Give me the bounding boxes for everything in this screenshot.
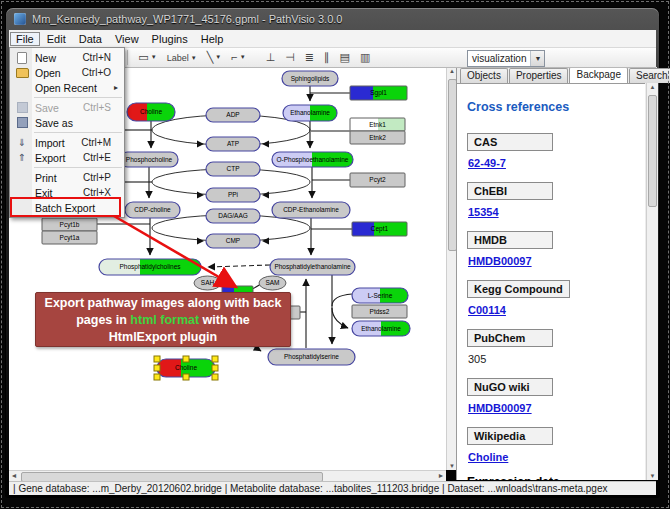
node-cept1[interactable]: Cept1	[352, 222, 407, 236]
window-title: Mm_Kennedy_pathway_WP1771_45176.gpml - P…	[26, 13, 342, 25]
chevron-down-icon[interactable]: ▼	[215, 54, 221, 60]
node-cdp-choline[interactable]: CDP-choline	[125, 202, 180, 218]
file-menu-item-save[interactable]: SaveCtrl+S	[10, 100, 124, 115]
xref-link-hmdb[interactable]: HMDB00097	[468, 255, 532, 267]
file-menu-item-print[interactable]: PrintCtrl+P	[10, 170, 124, 185]
selection-handle[interactable]	[183, 374, 189, 380]
datanode-tool-icon[interactable]: ▭▼	[134, 48, 160, 66]
align-center-y-icon[interactable]: ⊣	[281, 48, 299, 66]
menu-view[interactable]: View	[109, 32, 145, 46]
menu-plugins[interactable]: Plugins	[146, 32, 194, 46]
node-pcyt2[interactable]: Pcyt2	[350, 173, 405, 187]
stack-vertical-icon[interactable]: ▥	[356, 48, 374, 66]
file-menu-item-open[interactable]: OpenCtrl+O	[10, 65, 124, 80]
node-dag-aag[interactable]: DAG/AAG	[206, 209, 260, 223]
node-ctp[interactable]: CTP	[206, 162, 260, 176]
selection-handle[interactable]	[183, 356, 189, 362]
scroll-right-icon[interactable]: ►	[436, 472, 446, 479]
selection-handle[interactable]	[154, 365, 160, 371]
node-sgpl1[interactable]: Sgpl1	[350, 86, 407, 100]
node-phosphatidylcholines[interactable]: Phosphatidylcholines	[99, 259, 201, 275]
node-cdp-ethanolamine[interactable]: CDP-Ethanolamine	[272, 202, 350, 218]
chevron-down-icon[interactable]: ▼	[151, 54, 157, 60]
tab-objects[interactable]: Objects	[460, 68, 508, 83]
node-phosphatidylserine[interactable]: Phosphatidylserine	[268, 349, 355, 365]
file-menu-item-exit[interactable]: ExitCtrl+X	[10, 185, 124, 200]
distribute-vertical-icon[interactable]: ∥	[320, 48, 334, 66]
tab-backpage[interactable]: Backpage	[569, 67, 627, 83]
tab-properties[interactable]: Properties	[509, 68, 569, 83]
node-ethanolamine[interactable]: Ethanolamine	[283, 105, 337, 121]
selection-handle[interactable]	[154, 374, 160, 380]
scroll-left-icon[interactable]: ◄	[9, 472, 19, 479]
file-menu-item-export[interactable]: ⇑ExportCtrl+E	[10, 150, 124, 165]
panel-v-scrollbar[interactable]: ▲ ▼	[646, 83, 658, 480]
new-file-icon	[12, 52, 32, 64]
node-pcyt1b[interactable]: Pcyt1b	[42, 218, 97, 231]
xref-link-chebi[interactable]: 15354	[468, 206, 499, 218]
file-menu-item-batch-export[interactable]: Batch Export	[10, 200, 124, 215]
node-label: O-Phosphoethanolamine	[277, 156, 349, 164]
xref-link-wikipedia[interactable]: Choline	[468, 451, 508, 463]
selection-handle[interactable]	[212, 374, 218, 380]
label-tool-icon[interactable]: Label▼	[163, 49, 201, 67]
visualization-combobox[interactable]: visualization ▼	[467, 50, 545, 67]
file-menu: NewCtrl+NOpenCtrl+OOpen Recent▸SaveCtrl+…	[9, 47, 125, 218]
node-sphingolipids[interactable]: Sphingolipids	[282, 71, 338, 86]
node-phosphatidylethanolamine[interactable]: Phosphatidylethanolamine	[270, 259, 355, 275]
node-ppi[interactable]: PPi	[206, 188, 260, 202]
pathway-edge[interactable]	[208, 265, 270, 267]
node-etnk1[interactable]: Etnk1	[350, 118, 405, 131]
pathway-edge[interactable]	[332, 308, 348, 328]
title-bar[interactable]: Mm_Kennedy_pathway_WP1771_45176.gpml - P…	[6, 8, 659, 30]
scroll-down-icon[interactable]: ▼	[647, 473, 658, 479]
chevron-down-icon[interactable]: ▼	[191, 55, 197, 61]
arrowhead	[197, 238, 204, 245]
menu-file[interactable]: File	[10, 32, 40, 46]
align-center-y-icon: ⊣	[285, 50, 295, 64]
scroll-up-icon[interactable]: ▲	[647, 84, 658, 90]
selection-handle[interactable]	[154, 356, 160, 362]
node-ptdss2[interactable]: Ptdss2	[352, 305, 407, 318]
selection-handle[interactable]	[212, 365, 218, 371]
node-pcyt1a[interactable]: Pcyt1a	[42, 231, 97, 244]
menu-help[interactable]: Help	[195, 32, 230, 46]
node-atp[interactable]: ATP	[206, 137, 260, 151]
node-choline[interactable]: Choline	[127, 103, 175, 121]
node-ethanolamine-lower[interactable]: Ethanolamine	[352, 321, 410, 336]
file-menu-item-save-as[interactable]: Save as	[10, 115, 124, 130]
node-label: SAH	[201, 279, 215, 286]
arrowhead	[262, 141, 269, 148]
right-panel: ObjectsPropertiesBackpageSearchLegend Cr…	[456, 67, 657, 480]
line-tool-icon[interactable]: ╲▼	[203, 48, 226, 66]
menu-data[interactable]: Data	[73, 32, 108, 46]
v-scroll-thumb[interactable]	[648, 95, 657, 207]
xref-link-nugo-wiki[interactable]: HMDB00097	[468, 402, 532, 414]
distribute-horizontal-icon[interactable]: ≣	[301, 48, 318, 66]
node-sam[interactable]: SAM	[259, 276, 286, 290]
node-adp[interactable]: ADP	[206, 108, 260, 122]
chevron-down-icon[interactable]: ▼	[530, 51, 544, 66]
file-menu-item-new[interactable]: NewCtrl+N	[10, 50, 124, 65]
node-sah[interactable]: SAH	[194, 276, 221, 290]
chevron-down-icon[interactable]: ▼	[240, 54, 246, 60]
menu-edit[interactable]: Edit	[41, 32, 72, 46]
stack-horizontal-icon[interactable]: ▤	[336, 48, 354, 66]
align-center-x-icon[interactable]: ⊥	[262, 48, 280, 66]
node-cmp[interactable]: CMP	[206, 234, 260, 248]
arrowhead	[262, 192, 269, 199]
connector-tool-icon[interactable]: ⌐▼	[227, 48, 249, 66]
node-l-serine[interactable]: L-Serine	[352, 288, 408, 303]
file-menu-item-open-recent[interactable]: Open Recent▸	[10, 80, 124, 95]
node-o-phosphoethanolamine[interactable]: O-Phosphoethanolamine	[272, 152, 353, 167]
node-phosphocholine[interactable]: Phosphocholine	[120, 152, 178, 167]
file-menu-item-import[interactable]: ⇓ImportCtrl+M	[10, 135, 124, 150]
pathway-edge[interactable]	[332, 294, 352, 306]
tab-search[interactable]: Search	[629, 68, 670, 83]
xref-link-kegg-compound[interactable]: C00114	[468, 304, 506, 316]
node-choline-selected[interactable]: Choline	[154, 356, 218, 380]
node-etnk2[interactable]: Etnk2	[350, 131, 405, 144]
menu-item-label: New	[32, 52, 82, 64]
xref-link-cas[interactable]: 62-49-7	[468, 157, 506, 169]
selection-handle[interactable]	[212, 356, 218, 362]
